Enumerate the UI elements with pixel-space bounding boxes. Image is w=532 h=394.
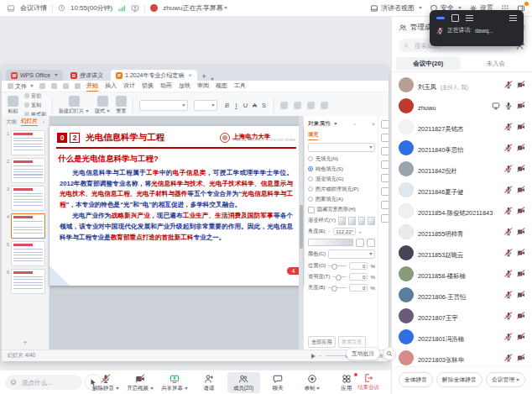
participant-row[interactable]: 20211842倪杜 xyxy=(399,158,525,179)
slide-thumbnail[interactable]: 1 xyxy=(3,130,45,155)
participant-row[interactable]: zhuwu xyxy=(399,95,525,116)
participant-row[interactable]: 20211840李思怡 xyxy=(399,137,525,158)
participant-row[interactable]: 20211827吴铭杰 xyxy=(399,116,525,137)
slide-thumbnail[interactable]: 3 xyxy=(3,186,45,211)
file-menu[interactable]: 文件 xyxy=(8,82,34,91)
camera-icon[interactable] xyxy=(517,102,525,110)
bullet-list-icon[interactable] xyxy=(280,102,288,109)
wps-menu-item[interactable]: 插入 xyxy=(105,81,117,92)
font-size-select[interactable] xyxy=(194,100,217,111)
font-style-button[interactable]: U xyxy=(242,102,249,109)
mic-icon[interactable] xyxy=(504,81,513,89)
mic-icon[interactable] xyxy=(504,102,513,110)
sidebar-tab[interactable]: 会议中(20) xyxy=(396,57,461,70)
wps-menu-item[interactable]: 视图 xyxy=(216,81,227,92)
share-status[interactable]: zhuwu正在共享屏幕 xyxy=(163,3,227,13)
transition-icon[interactable] xyxy=(381,160,389,169)
member-action-button[interactable]: 全体静音 xyxy=(399,372,433,387)
emoji-icon[interactable] xyxy=(10,378,17,386)
slider-row[interactable]: 位置(O) 0 % xyxy=(308,262,375,270)
toolbar-button[interactable]: 录制 xyxy=(296,372,329,393)
font-family-select[interactable] xyxy=(139,100,188,111)
wps-menu-item[interactable]: 放映 xyxy=(179,81,190,92)
slider-row[interactable]: 透明度(T) 0 % xyxy=(308,273,375,281)
member-action-button[interactable]: 会议管理 xyxy=(486,372,525,387)
angle-value[interactable]: 112.22° xyxy=(333,228,356,235)
mic-icon[interactable] xyxy=(504,123,513,131)
fill-section-label[interactable]: 填充 xyxy=(308,131,318,140)
cut-button[interactable]: 剪切 xyxy=(24,92,46,100)
camera-icon[interactable] xyxy=(517,249,525,257)
toolbar-button[interactable]: 邀请 xyxy=(193,372,226,393)
slide-scrollbar[interactable] xyxy=(299,116,303,350)
gradient-style-swatch[interactable] xyxy=(338,217,346,225)
share-mini-icon[interactable] xyxy=(131,4,139,13)
close-tab-icon[interactable]: × xyxy=(188,72,191,78)
add-stop-icon[interactable] xyxy=(356,239,364,247)
quick-chat-pill[interactable] xyxy=(5,375,82,390)
camera-icon[interactable] xyxy=(517,165,525,173)
magnifier-button[interactable] xyxy=(383,347,396,360)
mic-icon[interactable] xyxy=(504,186,513,194)
camera-icon[interactable] xyxy=(517,186,525,194)
meeting-details-link[interactable]: 会议详情 xyxy=(20,3,47,13)
participant-row[interactable]: 20221807王宇 xyxy=(399,305,525,326)
effects-icon[interactable] xyxy=(381,134,389,142)
properties-action-button[interactable]: 重置背景 xyxy=(338,336,366,348)
camera-icon[interactable] xyxy=(517,144,525,152)
toolbar-button[interactable]: 聊天 xyxy=(262,372,295,393)
mic-icon[interactable] xyxy=(504,270,513,278)
mic-icon[interactable] xyxy=(504,228,513,236)
undo-icon[interactable] xyxy=(63,83,69,89)
mic-icon[interactable] xyxy=(504,354,513,362)
mic-icon[interactable] xyxy=(504,291,513,299)
font-style-button[interactable]: A xyxy=(251,102,258,109)
wps-menu-item[interactable]: 切换 xyxy=(142,81,154,92)
zoom-out-button[interactable]: − xyxy=(319,353,322,359)
slide-thumbnail[interactable]: 4 xyxy=(3,213,45,239)
list-view-icon[interactable] xyxy=(466,15,473,22)
camera-icon[interactable] xyxy=(517,291,525,299)
play-slideshow-icon[interactable] xyxy=(311,354,316,359)
gradient-style-swatch[interactable] xyxy=(358,217,366,225)
participant-row[interactable]: 20211858-楼标楠 xyxy=(399,263,525,284)
camera-icon[interactable] xyxy=(517,228,525,236)
fill-option-radio[interactable]: 纯色填充(S) xyxy=(308,165,375,173)
mic-icon[interactable] xyxy=(504,165,513,173)
gradient-style-swatch[interactable] xyxy=(348,217,356,225)
more-tools-icon[interactable] xyxy=(381,214,389,223)
fill-option-radio[interactable]: 图片或纹理填充(P) xyxy=(308,186,375,193)
angle-minus-button[interactable]: − xyxy=(328,229,331,234)
properties-icon[interactable] xyxy=(381,120,389,129)
camera-icon[interactable] xyxy=(517,354,525,362)
toolbar-button[interactable]: 应用 xyxy=(331,372,363,393)
line-spacing-icon[interactable] xyxy=(321,102,328,109)
wps-menu-item[interactable]: 开始 xyxy=(86,81,98,92)
wps-doc-tab-1[interactable]: D 授课讲义 xyxy=(65,70,108,81)
mic-icon[interactable] xyxy=(504,144,513,152)
participant-row[interactable]: 20211854-陈俊铭20211843 xyxy=(399,200,525,221)
close-panel-icon[interactable]: × xyxy=(372,121,375,127)
mic-icon[interactable] xyxy=(504,333,513,341)
slides-tab[interactable]: 幻灯片 xyxy=(21,118,38,126)
collapse-panel-icon[interactable]: ‹ xyxy=(43,119,44,125)
wps-menu-item[interactable]: 审阅 xyxy=(197,81,209,92)
mic-icon[interactable] xyxy=(504,249,513,257)
outline-tab[interactable]: 大纲 xyxy=(6,118,17,126)
reset-button[interactable]: 重置 xyxy=(116,96,127,115)
mic-icon[interactable] xyxy=(504,312,513,320)
remove-stop-icon[interactable] xyxy=(367,239,375,247)
numbered-list-icon[interactable] xyxy=(294,102,301,109)
toolbar-button[interactable]: 开启视频 xyxy=(124,372,157,393)
slide-thumbnail[interactable]: 2 xyxy=(3,158,45,183)
member-action-button[interactable]: 解除全体静音 xyxy=(436,372,482,387)
selection-pane-icon[interactable] xyxy=(381,174,389,182)
window-icon[interactable] xyxy=(451,14,459,22)
slide-thumbnail[interactable]: 6 xyxy=(3,269,45,294)
fill-option-radio[interactable]: 渐变填充(G) xyxy=(308,176,375,183)
properties-action-button[interactable]: 全部应用 xyxy=(308,336,336,348)
menu-icon[interactable] xyxy=(509,15,517,22)
font-style-button[interactable]: B xyxy=(223,102,231,109)
tab-list-caret-icon[interactable] xyxy=(211,78,214,81)
slider-row[interactable]: 亮度(B) 0 % xyxy=(308,284,375,292)
